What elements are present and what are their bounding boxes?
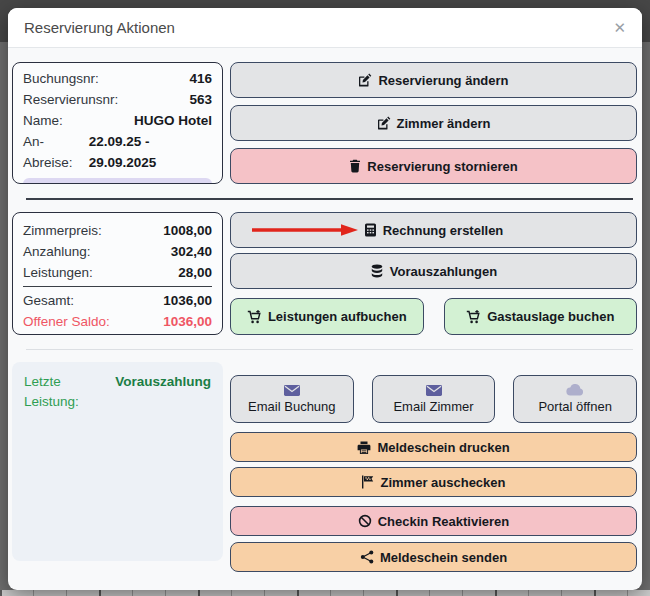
prepayments-label: Vorauszahlungen <box>390 264 497 279</box>
history-icon: ↺ <box>49 184 61 185</box>
guest-expense-label: Gastauslage buchen <box>487 309 614 324</box>
arrival-departure-value: 22.09.25 - 29.09.2025 <box>89 131 212 173</box>
reservation-number-value: 563 <box>189 89 212 110</box>
changes-history-button[interactable]: ↺ Änderungen History <box>23 178 212 184</box>
cancel-reservation-button[interactable]: Reservierung stornieren <box>230 148 637 184</box>
deposit-label: Anzahlung: <box>23 241 91 262</box>
envelope-icon <box>426 385 442 396</box>
services-label: Leistungen: <box>23 262 93 283</box>
cart-plus-icon <box>247 310 262 324</box>
arrival-departure-label: An-Abreise: <box>23 131 89 173</box>
booking-buttons-row: Leistungen aufbuchen Gastauslage buchen <box>230 298 637 335</box>
deposit-value: 302,40 <box>171 241 212 262</box>
arrival-departure-row: An-Abreise: 22.09.25 - 29.09.2025 <box>23 131 212 173</box>
flag-icon <box>361 475 374 489</box>
change-room-label: Zimmer ändern <box>397 116 491 131</box>
trash-icon <box>349 159 361 173</box>
open-portal-button[interactable]: Portal öffnen <box>513 375 637 423</box>
reservation-number-row: Reservierunsnr: 563 <box>23 89 212 110</box>
booking-info-panel: Buchungsnr: 416 Reservierunsnr: 563 Name… <box>12 62 223 184</box>
coins-icon <box>370 264 384 278</box>
room-price-row: Zimmerpreis: 1008,00 <box>23 220 212 241</box>
section-divider-light <box>26 349 633 350</box>
guest-name-row: Name: HUGO Hotel <box>23 110 212 131</box>
reservation-actions-dialog: Reservierung Aktionen ✕ Buchungsnr: 416 … <box>8 8 642 590</box>
email-booking-label: Email Buchung <box>248 399 335 414</box>
reactivate-checkin-label: Checkin Reaktivieren <box>378 514 510 529</box>
send-registration-form-label: Meldeschein senden <box>380 550 507 565</box>
email-room-label: Email Zimmer <box>393 399 473 414</box>
dialog-title: Reservierung Aktionen <box>24 19 175 36</box>
guest-name-label: Name: <box>23 110 63 131</box>
edit-icon <box>358 73 372 87</box>
services-value: 28,00 <box>178 262 212 283</box>
red-arrow-annotation <box>251 224 359 237</box>
create-invoice-button[interactable]: Rechnung erstellen <box>230 212 637 248</box>
booking-number-row: Buchungsnr: 416 <box>23 68 212 89</box>
add-services-label: Leistungen aufbuchen <box>268 309 407 324</box>
create-invoice-label: Rechnung erstellen <box>383 223 504 238</box>
envelope-icon <box>284 385 300 396</box>
change-reservation-label: Reservierung ändern <box>378 73 508 88</box>
open-balance-label: Offener Saldo: <box>23 311 110 332</box>
changes-history-label: Änderungen History <box>66 184 186 185</box>
total-row: Gesamt: 1036,00 <box>23 290 212 311</box>
section-divider <box>26 198 633 200</box>
booking-number-value: 416 <box>189 68 212 89</box>
prepayments-button[interactable]: Vorauszahlungen <box>230 253 637 289</box>
change-room-button[interactable]: Zimmer ändern <box>230 105 637 141</box>
cart-plus-icon <box>466 310 481 324</box>
total-label: Gesamt: <box>23 290 74 311</box>
open-portal-label: Portal öffnen <box>538 399 611 414</box>
guest-name-value: HUGO Hotel <box>134 110 212 131</box>
services-row: Leistungen: 28,00 <box>23 262 212 283</box>
communication-buttons-row: Email Buchung Email Zimmer Portal öffnen <box>230 375 637 423</box>
calculator-icon <box>364 223 377 237</box>
billing-summary-panel: Zimmerpreis: 1008,00 Anzahlung: 302,40 L… <box>12 212 223 335</box>
ban-icon <box>358 514 372 528</box>
checkout-room-label: Zimmer auschecken <box>380 475 505 490</box>
cancel-reservation-label: Reservierung stornieren <box>367 159 517 174</box>
background-calendar-grid <box>0 590 650 596</box>
email-booking-button[interactable]: Email Buchung <box>230 375 354 423</box>
cloud-icon <box>566 384 584 396</box>
deposit-row: Anzahlung: 302,40 <box>23 241 212 262</box>
open-balance-row: Offener Saldo: 1036,00 <box>23 311 212 332</box>
edit-icon <box>377 116 391 130</box>
guest-expense-button[interactable]: Gastauslage buchen <box>444 298 638 335</box>
checkout-room-button[interactable]: Zimmer auschecken <box>230 467 637 497</box>
print-icon <box>357 441 371 454</box>
print-registration-form-label: Meldeschein drucken <box>377 440 509 455</box>
reservation-number-label: Reservierunsnr: <box>23 89 118 110</box>
total-value: 1036,00 <box>163 290 212 311</box>
last-service-panel: Letzte Leistung: Vorauszahlung <box>12 362 223 561</box>
last-service-value: Vorauszahlung <box>115 372 211 412</box>
email-room-button[interactable]: Email Zimmer <box>372 375 496 423</box>
close-icon[interactable]: ✕ <box>613 20 626 35</box>
room-price-value: 1008,00 <box>163 220 212 241</box>
room-price-label: Zimmerpreis: <box>23 220 102 241</box>
open-balance-value: 1036,00 <box>163 311 212 332</box>
send-registration-form-button[interactable]: Meldeschein senden <box>230 542 637 572</box>
share-icon <box>360 550 374 564</box>
print-registration-form-button[interactable]: Meldeschein drucken <box>230 432 637 462</box>
dialog-header: Reservierung Aktionen ✕ <box>8 8 642 48</box>
last-service-label: Letzte Leistung: <box>24 372 115 412</box>
reactivate-checkin-button[interactable]: Checkin Reaktivieren <box>230 506 637 536</box>
add-services-button[interactable]: Leistungen aufbuchen <box>230 298 424 335</box>
change-reservation-button[interactable]: Reservierung ändern <box>230 62 637 98</box>
dialog-body: Buchungsnr: 416 Reservierunsnr: 563 Name… <box>8 48 642 572</box>
last-service-row: Letzte Leistung: Vorauszahlung <box>24 372 211 412</box>
booking-number-label: Buchungsnr: <box>23 68 99 89</box>
billing-divider <box>23 286 212 287</box>
